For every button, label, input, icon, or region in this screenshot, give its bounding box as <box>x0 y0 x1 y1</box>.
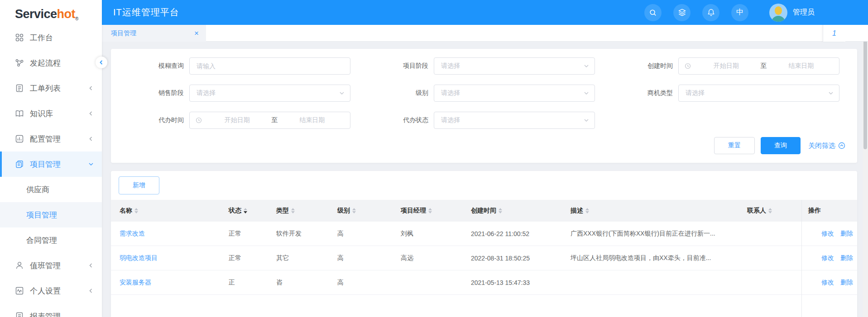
sidebar-item-report-management[interactable]: 报表管理 <box>0 303 102 317</box>
collapse-circle-icon <box>838 142 845 149</box>
sidebar-item-label: 个人设置 <box>30 286 61 296</box>
language-button[interactable]: 中 <box>731 4 748 21</box>
column-header-created[interactable]: 创建时间 <box>466 206 566 215</box>
sidebar-subitem-suppliers[interactable]: 供应商 <box>0 177 102 202</box>
edit-link[interactable]: 修改 <box>821 279 834 286</box>
filter-label: 代办状态 <box>355 116 434 124</box>
sidebar-item-label: 工作台 <box>30 33 53 43</box>
tab-bar: 项目管理 × 1 <box>102 25 868 42</box>
close-filter-link[interactable]: 关闭筛选 <box>808 142 845 150</box>
sidebar-item-label: 工单列表 <box>30 83 61 94</box>
bell-icon <box>707 8 715 17</box>
tab-pager[interactable]: 1 <box>823 25 845 42</box>
opportunity-type-select[interactable]: 请选择 <box>678 85 839 102</box>
sidebar-item-knowledge-base[interactable]: 知识库 <box>0 101 102 126</box>
sales-stage-select[interactable]: 请选择 <box>189 85 350 102</box>
tab-project-management[interactable]: 项目管理 × <box>102 25 206 42</box>
column-header-manager[interactable]: 项目经理 <box>396 206 466 215</box>
cell-created: 2021-05-13 15:47:33 <box>466 279 566 286</box>
column-header-status[interactable]: 状态 <box>224 206 272 215</box>
tab-label: 项目管理 <box>111 29 136 38</box>
sort-icon[interactable] <box>352 206 356 215</box>
created-time-range-picker[interactable]: 开始日期 至 结束日期 <box>678 57 839 75</box>
filter-panel: 模糊查询 项目阶段 请选择 创建时间 开始日期 至 结束日期 <box>111 49 857 163</box>
select-placeholder: 请选择 <box>686 89 705 97</box>
sort-icon[interactable] <box>499 206 502 215</box>
delete-link[interactable]: 删除 <box>840 254 853 261</box>
chevron-left-icon <box>99 60 104 65</box>
cell-status: 正 <box>224 279 272 287</box>
sidebar-item-config-management[interactable]: 配置管理 <box>0 126 102 151</box>
project-name-link[interactable]: 安装服务器 <box>120 279 151 286</box>
sort-icon[interactable] <box>134 206 138 215</box>
edit-link[interactable]: 修改 <box>821 254 834 261</box>
todo-status-select[interactable]: 请选择 <box>434 112 595 129</box>
level-select[interactable]: 请选择 <box>434 85 595 102</box>
flow-icon <box>15 58 24 67</box>
project-name-link[interactable]: 需求改造 <box>120 230 145 237</box>
layers-button[interactable] <box>673 4 691 21</box>
sidebar-item-duty-management[interactable]: 值班管理 <box>0 253 102 278</box>
add-button[interactable]: 新增 <box>119 176 159 194</box>
chevron-left-icon <box>88 111 94 116</box>
sort-icon[interactable] <box>291 206 295 215</box>
close-icon[interactable]: × <box>194 29 199 37</box>
column-header-name[interactable]: 名称 <box>111 206 224 215</box>
search-button[interactable] <box>644 4 662 21</box>
project-name-link[interactable]: 弱电改造项目 <box>120 254 158 261</box>
date-range-separator: 至 <box>760 62 768 70</box>
cell-type: 其它 <box>272 254 333 262</box>
vertical-scrollbar[interactable] <box>863 25 868 317</box>
fuzzy-query-input[interactable] <box>189 57 350 75</box>
delete-link[interactable]: 删除 <box>840 230 853 237</box>
filter-label: 商机类型 <box>600 89 678 97</box>
sidebar-item-project-management[interactable]: 项目管理 <box>0 151 102 177</box>
edit-link[interactable]: 修改 <box>821 230 834 237</box>
sidebar-subitem-project-management[interactable]: 项目管理 <box>0 202 102 227</box>
sidebar-item-work-orders[interactable]: 工单列表 <box>0 76 102 101</box>
cell-status: 正常 <box>224 254 272 262</box>
reset-button[interactable]: 重置 <box>714 137 755 154</box>
sidebar-item-label: 报表管理 <box>30 311 61 317</box>
app-root: Servicehot® 工作台 发起流程 工单列表 知识库 配置管理 <box>0 0 868 317</box>
filter-label: 创建时间 <box>600 62 678 70</box>
start-date-placeholder: 开始日期 <box>693 62 760 70</box>
sort-icon[interactable] <box>768 206 772 215</box>
project-stage-select[interactable]: 请选择 <box>434 57 595 75</box>
cell-created: 2022-08-31 18:50:25 <box>466 255 566 262</box>
sidebar-subitem-label: 合同管理 <box>26 235 57 246</box>
chevron-left-icon <box>88 85 94 91</box>
sort-icon[interactable] <box>585 206 589 215</box>
sidebar-subitem-label: 项目管理 <box>26 210 57 220</box>
avatar[interactable] <box>769 4 787 22</box>
cell-description: 广西XXX银行(下面简称XX银行)目前正在进行新一... <box>566 230 738 238</box>
sidebar-collapse-button[interactable] <box>96 57 107 68</box>
todo-time-range-picker[interactable]: 开始日期 至 结束日期 <box>189 112 350 129</box>
filter-actions: 重置 查询 关闭筛选 <box>714 137 845 154</box>
cell-manager: 高远 <box>396 254 466 262</box>
column-header-type[interactable]: 类型 <box>272 206 333 215</box>
clock-icon <box>685 63 691 69</box>
scrollbar-thumb[interactable] <box>863 27 867 149</box>
username[interactable]: 管理员 <box>793 8 815 17</box>
select-placeholder: 请选择 <box>441 89 460 97</box>
sidebar-item-start-process[interactable]: 发起流程 <box>0 50 102 76</box>
column-header-contact[interactable]: 联系人 <box>738 206 801 215</box>
filter-label: 模糊查询 <box>111 62 189 70</box>
notifications-button[interactable] <box>702 4 719 21</box>
sidebar-subitem-contract-management[interactable]: 合同管理 <box>0 227 102 253</box>
sidebar-item-personal-settings[interactable]: 个人设置 <box>0 278 102 303</box>
filter-label: 级别 <box>355 89 434 97</box>
chevron-down-icon <box>584 118 589 123</box>
filter-todo-time: 代办时间 开始日期 至 结束日期 <box>111 112 355 129</box>
sidebar-item-workbench[interactable]: 工作台 <box>0 25 102 50</box>
sort-icon[interactable] <box>428 206 432 215</box>
delete-link[interactable]: 删除 <box>840 279 853 286</box>
table-row: 弱电改造项目 正常 其它 高 高远 2022-08-31 18:50:25 坪山… <box>111 246 857 270</box>
sort-icon-desc-active[interactable] <box>244 206 247 215</box>
search-button-primary[interactable]: 查询 <box>761 137 801 154</box>
sidebar-item-label: 项目管理 <box>30 159 61 170</box>
column-header-description[interactable]: 描述 <box>566 206 738 215</box>
column-header-level[interactable]: 级别 <box>333 206 396 215</box>
cell-status: 正常 <box>224 230 272 238</box>
